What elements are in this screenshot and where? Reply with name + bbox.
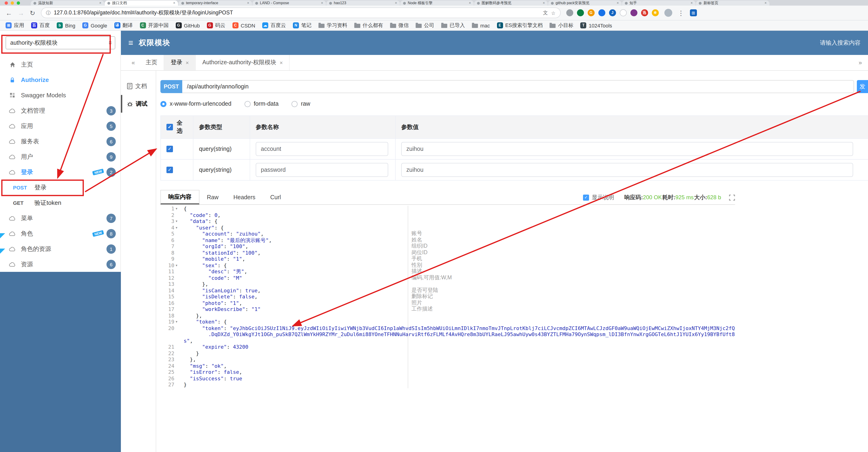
gutter-cell[interactable]: 1▾ [160,206,181,212]
sidebar-item-Authorize[interactable]: Authorize [0,72,120,87]
param-value-input[interactable]: zuihou [401,163,853,177]
bookmark-item[interactable]: GGoogle [82,22,107,28]
sidebar-item-服务表[interactable]: 服务表6 [0,134,120,149]
tab-close-icon[interactable]: × [617,1,619,5]
request-url-input[interactable]: /api/authority/anno/login [182,80,854,93]
show-desc-checkbox[interactable]: ✓ [583,194,589,200]
bookmark-item[interactable]: T1024Tools [581,22,612,28]
tab-close-icon[interactable]: × [321,1,323,5]
bookmark-item[interactable]: 百百度 [31,22,50,29]
response-tab-Headers[interactable]: Headers [226,190,263,204]
api-group-select[interactable]: authority-权限模块 [6,36,115,49]
browser-tab[interactable]: 温故知新× [31,0,104,6]
browser-tab[interactable]: 知乎× [622,0,695,6]
bookmark-item[interactable]: 公司 [415,22,434,29]
tab-close-icon[interactable]: × [691,1,693,5]
fold-toggle-icon[interactable]: ▾ [174,262,181,269]
sidebar-item-角色[interactable]: 角色NEW8 [0,226,120,241]
hamburger-icon[interactable]: ≡ [128,39,133,47]
gutter-cell[interactable]: 25 [160,369,181,375]
param-name-input[interactable]: account [256,142,388,156]
response-editor[interactable]: 1▾{2 "code": 0,3▾ "data": {4▾ "user": {5… [160,206,735,388]
browser-menu-icon[interactable]: ⋮ [678,9,684,17]
content-type-radio-x-www-form-urlencoded[interactable]: x-www-form-urlencoded [160,101,231,107]
close-window-icon[interactable] [5,1,8,5]
row-checkbox[interactable]: ✓ [166,167,173,173]
bookmark-item[interactable]: G码云 [207,22,225,29]
gutter-cell[interactable]: 4▾ [160,225,181,231]
gutter-cell[interactable]: 18 [160,313,181,319]
content-type-radio-raw[interactable]: raw [291,101,310,107]
gutter-cell[interactable]: 8 [160,250,181,256]
browser-tab[interactable]: Node 模板引擎× [400,0,474,6]
browser-tab[interactable]: LAND - Compose× [252,0,326,6]
sidebar-item-主页[interactable]: 主页 [0,57,120,72]
doc-tab-主页[interactable]: 主页 [139,55,164,70]
tab-close-icon[interactable]: × [247,1,249,5]
gutter-cell[interactable]: 27 [160,382,181,388]
gutter-cell[interactable]: 2 [160,212,181,218]
reload-icon[interactable]: ↻ [30,9,35,17]
sidebar-item-用户[interactable]: 用户9 [0,149,120,164]
gutter-cell[interactable]: 14 [160,287,181,294]
translate-icon[interactable]: 文 [543,9,548,16]
gutter-cell[interactable]: 19▾ [160,319,181,325]
gutter-cell[interactable]: 21 [160,344,181,350]
gutter-cell[interactable]: 16 [160,300,181,306]
tab-close-icon[interactable]: × [395,1,397,5]
content-type-radio-form-data[interactable]: form-data [244,101,278,107]
browser-tab[interactable]: temporary-interface× [179,0,252,6]
gutter-cell[interactable]: 13 [160,281,181,287]
sidebar-item-资源[interactable]: 资源6 [0,256,120,272]
sidebar-op-post-登录[interactable]: POST登录 [0,180,120,195]
extension-icon[interactable] [630,9,637,16]
back-icon[interactable]: ← [6,9,12,17]
bookmark-item[interactable]: ☁百度云 [262,22,286,29]
gutter-cell[interactable]: 22 [160,350,181,357]
gutter-cell[interactable]: 15 [160,294,181,300]
doc-view-item[interactable]: 文档 [121,77,156,95]
extension-icon[interactable] [577,9,584,16]
window-controls[interactable] [5,1,20,5]
gutter-cell[interactable]: 6 [160,237,181,244]
bookmark-item[interactable]: C开源中国 [140,22,168,29]
gutter-cell[interactable]: 26 [160,375,181,382]
bookmark-item[interactable]: 译翻译 [114,22,133,29]
extension-icon[interactable] [620,9,626,16]
bookmark-item[interactable]: CCSDN [232,22,255,28]
bookmark-item[interactable]: 小目标 [550,22,574,29]
response-tab-Raw[interactable]: Raw [199,190,226,204]
url-text[interactable]: 127.0.0.1:8760/api/gate/doc.html#/author… [54,9,539,16]
extension-icon[interactable] [598,9,605,16]
close-tab-icon[interactable]: × [186,59,189,66]
bookmark-item[interactable]: 学习资料 [318,22,347,29]
bookmark-item[interactable]: mac [472,23,490,28]
gutter-cell[interactable]: 3▾ [160,218,181,225]
profile-avatar[interactable] [664,9,672,17]
browser-tab[interactable]: 图解数码参考预览× [474,0,548,6]
bookmark-item[interactable]: EES搜索引擎文档 [497,22,542,29]
select-spinner-icon[interactable] [109,40,113,45]
bookmark-item[interactable]: N笔记 [293,22,311,29]
sidebar-op-get-验证token[interactable]: GET验证token [0,195,120,210]
extension-icon[interactable] [566,9,573,16]
tab-close-icon[interactable]: × [469,1,471,5]
apps-shortcut-icon[interactable]: ⊞ [690,9,697,16]
gutter-cell[interactable]: 5 [160,231,181,237]
sidebar-item-文档管理[interactable]: 文档管理3 [0,103,120,118]
close-tab-icon[interactable]: × [280,59,283,66]
sidebar-item-登录[interactable]: 登录NEW2 [0,164,120,180]
gutter-cell[interactable]: 11 [160,269,181,275]
gutter-cell[interactable]: 12 [160,275,181,281]
site-info-icon[interactable]: ⓘ [46,9,51,16]
scroll-tabs-right-icon[interactable]: » [855,59,866,66]
gutter-cell[interactable]: 23 [160,357,181,363]
bookmark-item[interactable]: ⊞应用 [6,22,24,29]
gutter-cell[interactable]: 7 [160,244,181,250]
param-name-input[interactable]: password [256,163,388,177]
doc-tab-登录[interactable]: 登录× [164,55,196,70]
doc-tab-Authorize-authority-权限模块[interactable]: Authorize-authority-权限模块× [196,55,290,70]
address-bar[interactable]: ⓘ 127.0.0.1:8760/api/gate/doc.html#/auth… [41,7,560,18]
tab-close-icon[interactable]: × [543,1,545,5]
fold-toggle-icon[interactable]: ▾ [174,225,181,231]
